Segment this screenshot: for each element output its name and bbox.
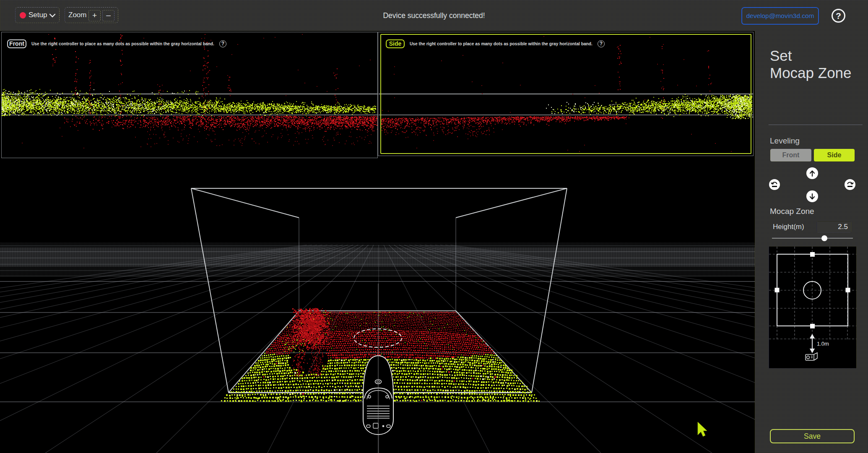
svg-text:1.0m: 1.0m [817,341,829,347]
